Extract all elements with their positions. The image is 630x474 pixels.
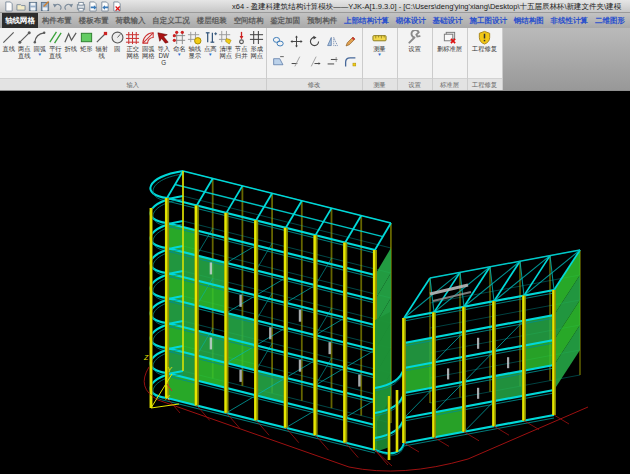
fillet-button[interactable] (342, 52, 359, 71)
extend-button[interactable] (306, 52, 323, 71)
measure-button[interactable]: 测量▼ (364, 29, 396, 57)
clean-grid-button[interactable]: 清理网点 (218, 29, 234, 59)
structural-model-canvas[interactable]: ZYX (0, 91, 630, 474)
ribbon-group-label-repair: 工程修复 (468, 78, 502, 90)
two-point-line-button[interactable]: 两点直线 (17, 29, 33, 59)
chevron-down-icon[interactable]: ▼ (38, 52, 42, 57)
copy-button[interactable] (270, 32, 287, 51)
radial-line-button[interactable]: 辐射线 (94, 29, 110, 59)
copy-icon (272, 35, 285, 48)
open-file-icon[interactable] (15, 1, 26, 12)
node-height-button[interactable]: 点高▼ (203, 29, 219, 57)
svg-text:Z: Z (143, 354, 149, 361)
arc-grid-button-label: 圆弧网格 (141, 45, 156, 59)
ortho-grid-icon (125, 30, 140, 45)
settings-icon (407, 30, 422, 45)
import-doc-icon[interactable] (87, 1, 98, 12)
parallel-lines-button-label: 平行直线 (48, 45, 63, 59)
project-repair-button[interactable]: 工程修复 (469, 29, 501, 52)
svg-text:X: X (164, 394, 170, 401)
tab-上部结构计算[interactable]: 上部结构计算 (341, 13, 392, 28)
node-merge-button[interactable]: 节点归并 (234, 29, 250, 59)
tab-构件布置[interactable]: 构件布置 (39, 13, 75, 28)
axis-name-button[interactable]: 命名▼ (172, 29, 188, 57)
title-bar: x64 - 盈建科建筑结构计算模块——YJK-A[1.9.3.0] - [C:\… (0, 0, 630, 13)
circle-icon (110, 30, 125, 45)
axis-display-button[interactable]: 轴线显示 (187, 29, 203, 59)
tab-楼层组装[interactable]: 楼层组装 (194, 13, 230, 28)
ribbon-group-input: 直线两点直线圆弧▼平行直线折线矩形辐射线圆正交网格圆弧网格导入DWG命名▼轴线显… (0, 28, 267, 90)
print-icon[interactable] (75, 1, 86, 12)
redo-icon[interactable] (63, 1, 74, 12)
axis-name-icon (172, 30, 187, 45)
undo-icon[interactable] (51, 1, 62, 12)
tab-钢结构图[interactable]: 钢结构图 (511, 13, 547, 28)
save-icon[interactable] (27, 1, 38, 12)
trim-icon (290, 55, 303, 68)
delete-floor-icon (442, 30, 457, 45)
form-grid-button[interactable]: 形成网点 (249, 29, 265, 59)
form-grid-button-label: 形成网点 (249, 45, 264, 59)
radial-line-button-label: 辐射线 (94, 45, 109, 59)
arc-button[interactable]: 圆弧▼ (32, 29, 48, 57)
mirror-button[interactable] (324, 32, 341, 51)
polyline-button[interactable]: 折线 (63, 29, 79, 52)
extend-icon (308, 55, 321, 68)
clean-grid-icon (218, 30, 233, 45)
export-doc-icon[interactable] (99, 1, 110, 12)
close-doc-icon[interactable] (111, 1, 122, 12)
line-icon (1, 30, 16, 45)
tab-非线性计算[interactable]: 非线性计算 (548, 13, 592, 28)
ribbon-group-label-input: 输入 (0, 78, 266, 90)
ortho-grid-button[interactable]: 正交网格 (125, 29, 141, 59)
tab-楼板布置[interactable]: 楼板布置 (76, 13, 112, 28)
circle-button[interactable]: 圆 (110, 29, 126, 52)
stretch-button[interactable] (270, 52, 287, 71)
chevron-down-icon[interactable]: ▼ (208, 52, 212, 57)
tab-轴线网格[interactable]: 轴线网格 (2, 13, 38, 28)
chevron-down-icon[interactable]: ▼ (177, 52, 181, 57)
rectangle-button[interactable]: 矩形 (79, 29, 95, 52)
tab-预制构件[interactable]: 预制构件 (304, 13, 340, 28)
tab-基础设计[interactable]: 基础设计 (430, 13, 466, 28)
tab-施工图设计[interactable]: 施工图设计 (466, 13, 510, 28)
ortho-grid-button-label: 正交网格 (125, 45, 140, 59)
new-file-icon[interactable] (3, 1, 14, 12)
ribbon: 直线两点直线圆弧▼平行直线折线矩形辐射线圆正交网格圆弧网格导入DWG命名▼轴线显… (0, 28, 630, 91)
axis-display-icon (187, 30, 202, 45)
rotate-button[interactable] (306, 32, 323, 51)
ribbon-group-label-settings: 设置 (398, 78, 432, 90)
axis-display-button-label: 轴线显示 (187, 45, 202, 59)
offset-icon (326, 55, 339, 68)
arc-icon (32, 30, 47, 45)
chevron-down-icon[interactable]: ▼ (377, 52, 381, 57)
tab-砌体设计[interactable]: 砌体设计 (393, 13, 429, 28)
ribbon-group-label-modify: 修改 (267, 78, 362, 90)
ribbon-group-modify: 修改 (267, 28, 363, 90)
tab-鉴定加固[interactable]: 鉴定加固 (267, 13, 303, 28)
delete-floor-button-label: 删标准层 (434, 45, 466, 52)
offset-button[interactable] (324, 52, 341, 71)
tab-空间结构[interactable]: 空间结构 (230, 13, 266, 28)
polyline-button-label: 折线 (63, 45, 78, 52)
model-viewport[interactable]: ZYX (0, 91, 630, 474)
settings-button[interactable]: 设置 (399, 29, 431, 52)
save-as-icon[interactable] (39, 1, 50, 12)
import-dwg-button[interactable]: 导入DWG (156, 29, 172, 66)
line-button[interactable]: 直线 (1, 29, 17, 52)
move-icon (290, 35, 303, 48)
import-dwg-icon (156, 30, 171, 45)
two-point-line-button-label: 两点直线 (17, 45, 32, 59)
radial-line-icon (94, 30, 109, 45)
tab-二维图形[interactable]: 二维图形 (592, 13, 628, 28)
tab-自定义工况[interactable]: 自定义工况 (149, 13, 193, 28)
edit-button[interactable] (342, 32, 359, 51)
move-button[interactable] (288, 32, 305, 51)
trim-button[interactable] (288, 52, 305, 71)
parallel-lines-button[interactable]: 平行直线 (48, 29, 64, 59)
arc-grid-button[interactable]: 圆弧网格 (141, 29, 157, 59)
node-height-icon (203, 30, 218, 45)
tab-荷载输入[interactable]: 荷载输入 (112, 13, 148, 28)
arc-grid-icon (141, 30, 156, 45)
delete-floor-button[interactable]: 删标准层 (434, 29, 466, 52)
